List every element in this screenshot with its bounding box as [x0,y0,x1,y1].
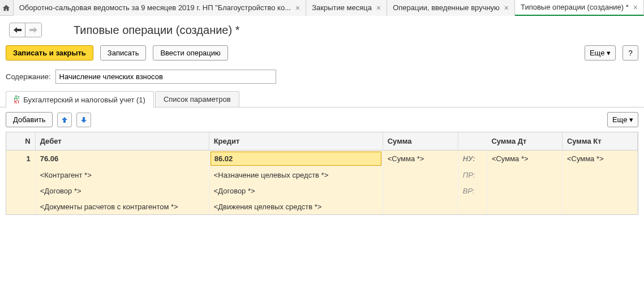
cell-credit-sub2[interactable]: <Договор *> [209,183,383,199]
cell-debit-sub3[interactable]: <Документы расчетов с контрагентом *> [35,199,209,214]
content-input[interactable] [55,70,276,84]
cell-debit-sub1[interactable]: <Контрагент *> [35,167,209,183]
cell-nu-label: НУ: [458,150,487,167]
save-close-button[interactable]: Записать и закрыть [6,45,93,61]
tab-label: Типовые операции (создание) * [521,3,629,11]
tab-accounting[interactable]: ДтКт Бухгалтерский и налоговый учет (1) [6,91,154,107]
table-row[interactable]: <Документы расчетов с контрагентом *> <Д… [6,199,638,214]
page-title: Типовые операции (создание) * [74,24,239,37]
col-debit[interactable]: Дебет [35,132,209,150]
col-n[interactable]: N [6,132,35,150]
help-button[interactable]: ? [622,45,638,61]
tab-report[interactable]: Оборотно-сальдовая ведомость за 9 месяце… [14,0,306,16]
chevron-down-icon: ▾ [629,115,633,124]
table-row[interactable]: <Договор *> <Договор *> ВР: [6,183,638,199]
cell-n[interactable]: 1 [6,150,35,167]
sub-tab-label: Список параметров [164,95,231,104]
close-icon[interactable]: × [633,3,638,12]
dtkt-icon: ДтКт [14,95,20,104]
inner-toolbar: Добавить Еще ▾ [0,107,644,132]
cell-credit-sub3[interactable]: <Движения целевых средств *> [209,199,383,214]
sub-tab-label: Бухгалтерский и налоговый учет (1) [23,96,145,104]
col-credit[interactable]: Кредит [209,132,383,150]
content-row: Содержание: [0,66,644,91]
tab-label: Оборотно-сальдовая ведомость за 9 месяце… [19,3,291,12]
cell-debit-sub2[interactable]: <Договор *> [35,183,209,199]
close-icon[interactable]: × [504,3,509,12]
add-button[interactable]: Добавить [6,112,53,127]
title-area: Типовые операции (создание) * [0,16,644,42]
move-up-button[interactable] [57,113,72,127]
close-icon[interactable]: × [376,3,381,12]
enter-operation-button[interactable]: Ввести операцию [153,45,227,61]
content-label: Содержание: [6,72,51,81]
entries-table: N Дебет Кредит Сумма Сумма Дт Сумма Кт 1… [6,132,638,215]
table-row[interactable]: <Контрагент *> <Назначение целевых средс… [6,167,638,183]
home-icon[interactable] [0,0,14,16]
cell-pr-label: ПР: [458,167,487,183]
tab-label: Закрытие месяца [312,3,372,12]
tab-label: Операции, введенные вручную [393,3,500,12]
col-sum[interactable]: Сумма [383,132,458,150]
col-mini [458,132,487,150]
close-icon[interactable]: × [295,3,300,12]
forward-button[interactable] [25,23,41,37]
cell-sumkt[interactable]: <Сумма *> [562,150,637,167]
tab-typical-ops[interactable]: Типовые операции (создание) * × [515,0,644,16]
table-row[interactable]: 1 76.06 86.02 <Сумма *> НУ: <Сумма *> <С… [6,150,638,167]
cell-vr-label: ВР: [458,183,487,199]
cell-sumdt[interactable]: <Сумма *> [487,150,562,167]
tab-params[interactable]: Список параметров [155,91,239,107]
cell-sum[interactable]: <Сумма *> [383,150,458,167]
toolbar: Записать и закрыть Записать Ввести опера… [0,42,644,66]
col-sumdt[interactable]: Сумма Дт [487,132,562,150]
back-button[interactable] [10,23,25,37]
nav-buttons [9,23,42,37]
chevron-down-icon: ▾ [607,49,611,57]
more-button[interactable]: Еще ▾ [585,45,616,61]
tab-month-close[interactable]: Закрытие месяца × [306,0,387,16]
tab-manual-ops[interactable]: Операции, введенные вручную × [387,0,515,16]
cell-credit-account[interactable]: 86.02 [209,150,383,167]
save-button[interactable]: Записать [100,45,147,61]
col-sumkt[interactable]: Сумма Кт [562,132,637,150]
tab-bar: Оборотно-сальдовая ведомость за 9 месяце… [0,0,644,16]
cell-credit-sub1[interactable]: <Назначение целевых средств *> [209,167,383,183]
move-down-button[interactable] [76,113,91,127]
sub-tabs: ДтКт Бухгалтерский и налоговый учет (1) … [0,91,644,107]
cell-debit-account[interactable]: 76.06 [35,150,209,167]
table-more-button[interactable]: Еще ▾ [607,112,638,127]
